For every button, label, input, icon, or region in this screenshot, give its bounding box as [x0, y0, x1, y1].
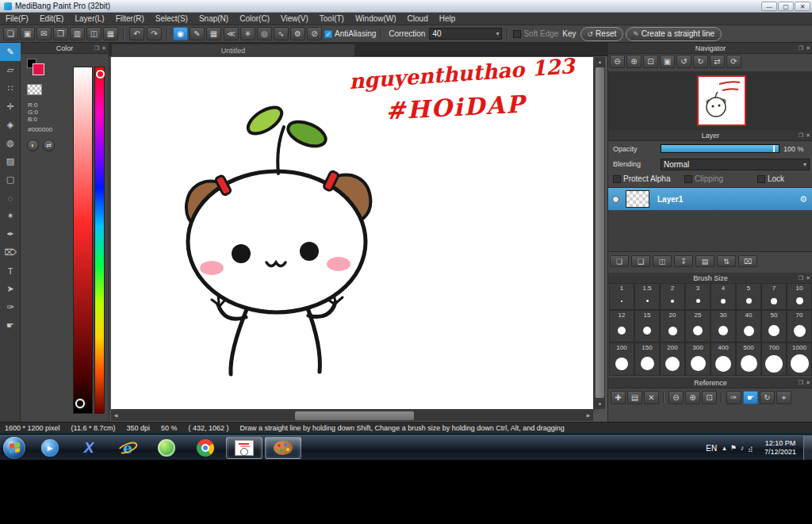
brush-size-1[interactable]: 1	[609, 283, 634, 310]
bucket-tool[interactable]: ◍	[0, 134, 21, 152]
menu-item[interactable]: Snap(N)	[193, 13, 234, 25]
foreground-color-swatch[interactable]	[33, 63, 44, 75]
brush-size-700[interactable]: 700	[761, 342, 787, 376]
float-panel-icon[interactable]: ❐	[799, 130, 803, 140]
menu-item[interactable]: Filter(R)	[110, 13, 150, 25]
float-panel-icon[interactable]: ❐	[799, 273, 803, 283]
delete-layer-icon[interactable]: ⌧	[738, 255, 757, 267]
taskbar-app-media-player[interactable]: ▸	[32, 437, 68, 459]
text-tool[interactable]: T	[0, 262, 21, 280]
grid-snap-icon[interactable]: ▦	[206, 27, 221, 40]
brush-size-1000[interactable]: 1000	[787, 342, 812, 376]
language-indicator[interactable]: EN	[700, 444, 722, 453]
brush-size-15[interactable]: 15	[634, 310, 660, 342]
select-pen-tool[interactable]: ✒	[0, 225, 21, 243]
flip-icon[interactable]: ⇄	[710, 55, 725, 68]
zoom-in-icon[interactable]: ⊕	[626, 55, 642, 68]
menu-item[interactable]: Window(W)	[350, 13, 402, 25]
brush-size-25[interactable]: 25	[685, 310, 710, 342]
save-icon[interactable]: ▣	[20, 27, 35, 40]
antialiasing-checkbox[interactable]: ✓	[324, 30, 332, 38]
protect-alpha-checkbox[interactable]	[613, 175, 621, 183]
navigator-thumbnail[interactable]	[697, 75, 746, 126]
close-panel-icon[interactable]: ✕	[806, 43, 810, 53]
menu-item[interactable]: Cloud	[402, 13, 434, 25]
float-panel-icon[interactable]: ❐	[94, 43, 99, 53]
vscroll-thumb[interactable]	[596, 67, 604, 398]
action-center-icon[interactable]: ⚑	[730, 444, 737, 452]
magic-wand-tool[interactable]: ✶	[0, 207, 21, 225]
sv-handle[interactable]	[75, 399, 85, 408]
eyedropper-icon[interactable]: ✑	[726, 391, 741, 404]
zoom-fit-icon[interactable]: ⊡	[702, 391, 717, 404]
saturation-value-gradient[interactable]	[73, 67, 93, 414]
pen-icon[interactable]: ✎	[190, 27, 205, 40]
curve-snap-icon[interactable]: ∿	[274, 27, 289, 40]
zoom-in-icon[interactable]: ⊕	[685, 391, 700, 404]
reset-view-icon[interactable]: ⟳	[726, 55, 741, 68]
hue-handle[interactable]	[96, 70, 105, 78]
zoom-actual-icon[interactable]: ▣	[660, 55, 675, 68]
gradient-tool[interactable]: ▨	[0, 152, 21, 170]
menu-item[interactable]: Tool(T)	[314, 13, 350, 25]
canvas-tab[interactable]: Untitled	[111, 44, 355, 56]
opacity-slider-handle[interactable]	[773, 145, 775, 152]
lock-checkbox[interactable]	[757, 175, 765, 183]
eraser-tool[interactable]: ▱	[0, 61, 21, 79]
cross-snap-icon[interactable]: ✳	[240, 27, 255, 40]
rotate-icon[interactable]: ↻	[760, 391, 775, 404]
float-panel-icon[interactable]: ❐	[799, 43, 803, 53]
minimize-button[interactable]: —	[761, 2, 777, 11]
brush-size-1.5[interactable]: 1.5	[634, 283, 660, 310]
brush-size-200[interactable]: 200	[660, 342, 685, 376]
zoom-out-icon[interactable]: ⊖	[610, 55, 625, 68]
brush-size-5[interactable]: 5	[736, 283, 761, 310]
brush-size-3[interactable]: 3	[685, 283, 710, 310]
brush-size-150[interactable]: 150	[634, 342, 660, 376]
horizontal-scrollbar[interactable]: ◀ ▶	[111, 411, 593, 421]
undo-icon[interactable]: ↶	[129, 27, 144, 40]
soft-edge-checkbox[interactable]	[513, 30, 521, 38]
opacity-slider[interactable]	[661, 144, 779, 153]
brush-type-icon[interactable]: ◉	[173, 27, 188, 40]
blending-select[interactable]: Normal ▾	[661, 159, 810, 170]
menu-item[interactable]: Color(C)	[234, 13, 275, 25]
add-layer-icon[interactable]: ❏	[610, 255, 629, 267]
brush-size-400[interactable]: 400	[710, 342, 736, 376]
brush-size-100[interactable]: 100	[609, 342, 634, 376]
open-icon[interactable]: ❐	[53, 27, 68, 40]
open-folder-icon[interactable]: ▤	[627, 391, 642, 404]
taskbar-app-medibang-document[interactable]	[226, 437, 262, 459]
pin-icon[interactable]: ⌖	[776, 391, 791, 404]
menu-item[interactable]: Edit(E)	[34, 13, 70, 25]
brush-size-7[interactable]: 7	[761, 283, 787, 310]
brush-size-4[interactable]: 4	[710, 283, 736, 310]
taskbar-app-chrome[interactable]	[187, 437, 224, 459]
publish-icon[interactable]: ✉	[36, 27, 52, 40]
close-button[interactable]: ✕	[795, 2, 810, 11]
tray-expand-icon[interactable]: ▴	[722, 444, 726, 452]
correction-select[interactable]: 40 ▾	[429, 28, 502, 40]
fill-tool[interactable]: ◈	[0, 116, 21, 134]
zoom-fit-icon[interactable]: ⊡	[643, 55, 658, 68]
transparent-swatch[interactable]	[27, 84, 42, 95]
volume-icon[interactable]: ♪	[741, 444, 745, 452]
radial-snap-icon[interactable]: ◎	[257, 27, 272, 40]
menu-item[interactable]: Help	[434, 13, 462, 25]
start-button[interactable]	[3, 437, 25, 459]
close-panel-icon[interactable]: ✕	[806, 130, 810, 140]
brush-size-10[interactable]: 10	[787, 283, 812, 310]
taskbar-app-x-app[interactable]: X	[71, 437, 107, 459]
brush-size-300[interactable]: 300	[685, 342, 710, 376]
network-icon[interactable]: ⣴	[748, 444, 753, 452]
duplicate-layer-icon[interactable]: ◫	[653, 255, 672, 267]
float-panel-icon[interactable]: ❐	[799, 377, 803, 388]
color-wheel-icon[interactable]: ◐	[27, 140, 39, 151]
scroll-down-icon[interactable]: ▼	[595, 400, 605, 409]
taskbar-app-coccoc-browser[interactable]	[148, 437, 185, 459]
layer-row[interactable]: Layer1 ⚙	[608, 188, 812, 210]
eyedropper-tool[interactable]: ✑	[0, 298, 21, 316]
merge-layer-icon[interactable]: ⇅	[717, 255, 736, 267]
hand-tool[interactable]: ☛	[0, 316, 21, 335]
close-panel-icon[interactable]: ✕	[806, 377, 810, 388]
